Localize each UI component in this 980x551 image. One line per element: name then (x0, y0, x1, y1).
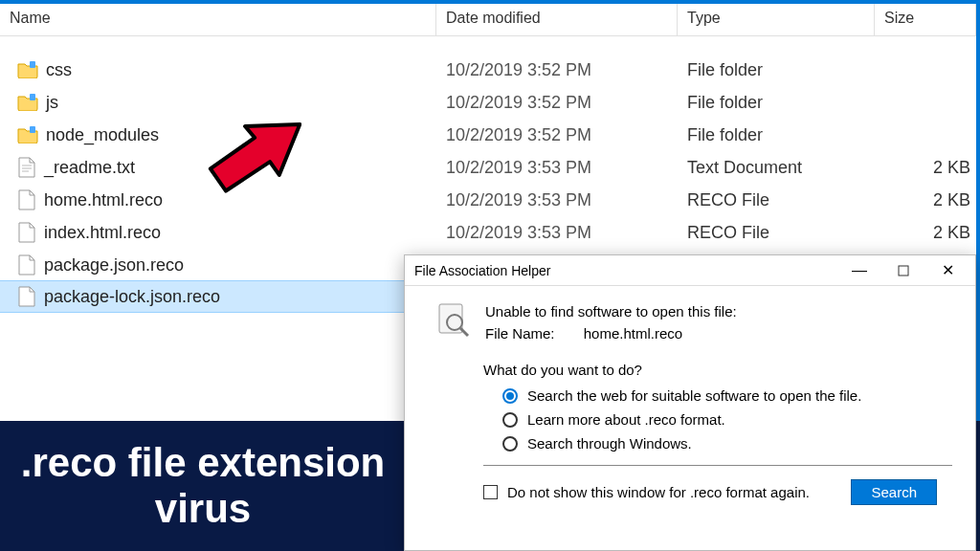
option-label: Search the web for suitable software to … (527, 387, 861, 404)
caption-overlay: .reco file extension virus (0, 421, 406, 551)
file-name: index.html.reco (44, 223, 161, 243)
dialog-option[interactable]: Search the web for suitable software to … (502, 387, 956, 404)
dialog-options: Search the web for suitable software to … (434, 387, 956, 452)
folder-icon (17, 61, 38, 78)
maximize-button[interactable] (881, 256, 925, 285)
close-button[interactable]: ✕ (925, 256, 969, 285)
file-row[interactable]: _readme.txt10/2/2019 3:53 PMText Documen… (0, 151, 976, 184)
radio-button[interactable] (502, 436, 518, 452)
file-name: js (46, 93, 58, 113)
radio-button[interactable] (502, 412, 518, 428)
blank-file-icon (17, 286, 36, 307)
file-type: RECO File (678, 223, 875, 243)
svg-rect-2 (30, 126, 35, 133)
blank-file-icon (17, 222, 36, 243)
minimize-button[interactable]: — (837, 256, 881, 285)
file-row[interactable]: js10/2/2019 3:52 PMFile folder (0, 86, 976, 119)
folder-icon (17, 126, 38, 143)
dialog-titlebar[interactable]: File Association Helper — ✕ (405, 255, 975, 286)
svg-rect-6 (899, 266, 908, 276)
file-association-dialog: File Association Helper — ✕ Unable to fi… (404, 254, 976, 551)
column-date[interactable]: Date modified (436, 4, 678, 36)
file-row[interactable]: home.html.reco10/2/2019 3:53 PMRECO File… (0, 184, 976, 216)
radio-button[interactable] (502, 388, 518, 404)
search-file-icon (434, 301, 472, 340)
file-type: RECO File (678, 190, 875, 210)
option-label: Learn more about .reco format. (527, 411, 725, 428)
file-type: File folder (678, 60, 875, 80)
filename-value: home.html.reco (584, 323, 682, 345)
file-name: package-lock.json.reco (44, 287, 220, 307)
file-size: 2 KB (875, 223, 976, 243)
text-file-icon (17, 157, 36, 178)
dialog-separator (483, 465, 952, 466)
file-date: 10/2/2019 3:52 PM (436, 125, 678, 145)
arrow-annotation (206, 107, 301, 203)
file-name: css (46, 60, 72, 80)
file-date: 10/2/2019 3:52 PM (436, 60, 678, 80)
file-type: File folder (678, 125, 875, 145)
file-name: package.json.reco (44, 255, 184, 276)
search-button[interactable]: Search (851, 479, 937, 505)
file-row[interactable]: css10/2/2019 3:52 PMFile folder (0, 54, 976, 86)
column-name[interactable]: Name (0, 4, 436, 36)
file-date: 10/2/2019 3:52 PM (436, 93, 678, 113)
folder-icon (17, 94, 38, 111)
file-date: 10/2/2019 3:53 PM (436, 223, 678, 243)
dialog-unable-text: Unable to find software to open this fil… (485, 301, 737, 323)
caption-text: .reco file extension virus (17, 440, 389, 533)
file-row[interactable]: index.html.reco10/2/2019 3:53 PMRECO Fil… (0, 216, 976, 249)
dont-show-label: Do not show this window for .reco format… (507, 484, 841, 500)
dialog-title: File Association Helper (414, 263, 837, 278)
filename-label: File Name: (485, 325, 555, 342)
file-type: Text Document (678, 158, 875, 178)
dialog-prompt: What do you want to do? (434, 362, 956, 378)
dialog-option[interactable]: Learn more about .reco format. (502, 411, 956, 428)
blank-file-icon (17, 189, 36, 210)
blank-file-icon (17, 254, 36, 276)
svg-rect-0 (30, 61, 35, 68)
column-type[interactable]: Type (678, 4, 875, 36)
column-headers: Name Date modified Type Size (0, 4, 976, 36)
file-row[interactable]: node_modules10/2/2019 3:52 PMFile folder (0, 119, 976, 151)
svg-rect-1 (30, 94, 35, 100)
option-label: Search through Windows. (527, 435, 692, 452)
file-name: node_modules (46, 125, 159, 145)
file-name: _readme.txt (44, 158, 135, 178)
file-date: 10/2/2019 3:53 PM (436, 158, 678, 178)
file-type: File folder (678, 93, 875, 113)
file-name: home.html.reco (44, 190, 163, 210)
file-size: 2 KB (875, 190, 976, 210)
column-size[interactable]: Size (875, 4, 976, 36)
dialog-option[interactable]: Search through Windows. (502, 435, 956, 452)
file-size: 2 KB (875, 158, 976, 178)
dont-show-checkbox[interactable] (483, 485, 498, 499)
file-date: 10/2/2019 3:53 PM (436, 190, 678, 210)
